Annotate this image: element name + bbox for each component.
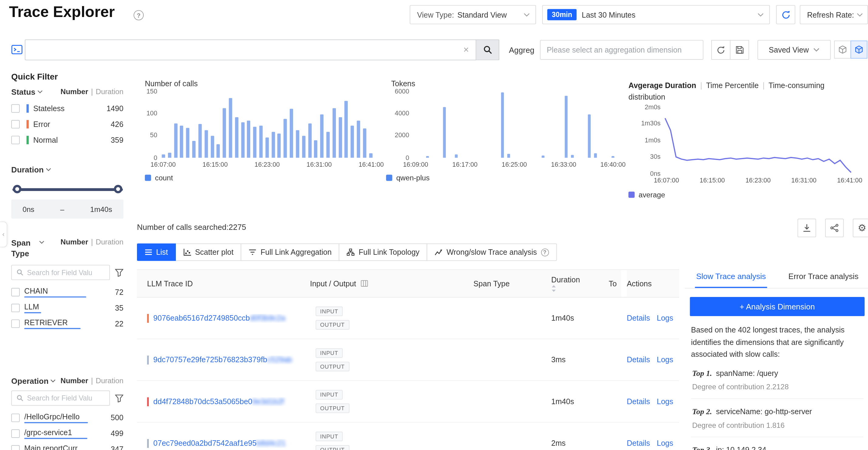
status-color-bar (26, 120, 29, 128)
filter-icon[interactable] (115, 268, 124, 276)
checkbox[interactable] (11, 303, 20, 312)
view-type-select[interactable]: View Type: Standard View (410, 5, 536, 24)
checkbox[interactable] (11, 120, 20, 128)
filter-label: Error (33, 120, 50, 128)
tab-slow-trace-analysis[interactable]: Slow Trace analysis (685, 265, 777, 288)
span-type-section-toggle[interactable]: Span Type (11, 238, 37, 259)
slider-handle-max[interactable] (114, 185, 122, 193)
logs-link[interactable]: Logs (657, 397, 673, 406)
download-button[interactable] (798, 219, 816, 237)
status-color-bar (147, 314, 149, 323)
output-tag[interactable]: OUTPUT (315, 445, 349, 450)
refresh-view-button[interactable] (711, 40, 731, 60)
columns-icon[interactable] (361, 280, 368, 287)
settings-button[interactable]: ⚙ (853, 219, 868, 237)
output-tag[interactable]: OUTPUT (315, 320, 349, 330)
tab-label: Slow Trace analysis (695, 271, 767, 288)
details-link[interactable]: Details (627, 397, 650, 406)
checkbox[interactable] (11, 429, 20, 438)
table-row: 07ec79eed0a2bd7542aaf1e95b8d4c21INPUTOUT… (137, 423, 679, 450)
time-range-select[interactable]: 30min Last 30 Minutes (542, 5, 770, 24)
duration-section-toggle[interactable]: Duration (11, 165, 44, 174)
trace-id-link[interactable]: 9076eab65167d2749850ccb (153, 314, 250, 322)
details-link[interactable]: Details (627, 356, 650, 364)
filter-count: 347 (111, 445, 124, 450)
y-tick-label: 1m30s (641, 121, 660, 127)
tab-list[interactable]: List (137, 244, 176, 261)
checkbox[interactable] (11, 413, 20, 422)
filter-item[interactable]: /HelloGrpc/Hello500 (11, 410, 123, 425)
pinned-column-gap (621, 270, 627, 297)
filter-icon[interactable] (115, 394, 124, 402)
collapse-sidebar-handle[interactable]: ‹ (0, 221, 7, 247)
checkbox[interactable] (11, 104, 20, 112)
operation-search-input[interactable] (27, 394, 101, 402)
refresh-rate-select[interactable]: Refresh Rate: (800, 5, 868, 24)
filter-item[interactable]: CHAIN72 (11, 284, 123, 300)
output-tag[interactable]: OUTPUT (315, 404, 349, 413)
help-icon[interactable]: ? (134, 10, 144, 20)
filter-item[interactable]: LLM35 (11, 300, 123, 316)
tab-average-duration[interactable]: Avgerage Duration (628, 81, 696, 90)
search-button[interactable] (476, 39, 499, 60)
saved-view-dropdown[interactable]: Saved View (757, 40, 831, 60)
help-icon[interactable]: ? (541, 248, 549, 256)
aggregation-input[interactable] (540, 40, 703, 60)
details-link[interactable]: Details (627, 314, 650, 322)
input-tag[interactable]: INPUT (315, 348, 343, 358)
span-type-search-input[interactable] (27, 268, 101, 276)
filter-item[interactable]: Error426 (11, 116, 123, 132)
box-view-button[interactable] (834, 41, 851, 59)
chart-bar (314, 140, 317, 158)
details-link[interactable]: Details (627, 439, 650, 448)
output-tag[interactable]: OUTPUT (315, 362, 349, 372)
input-tag[interactable]: INPUT (315, 390, 343, 399)
sort-icon[interactable] (551, 285, 556, 291)
filter-item[interactable]: Stateless1490 (11, 100, 123, 116)
input-tag[interactable]: INPUT (315, 432, 343, 442)
filter-count: 22 (115, 319, 124, 328)
chart-bar (351, 126, 354, 158)
operation-section-toggle[interactable]: Operation (11, 377, 49, 386)
chart-legend[interactable]: qwen-plus (386, 174, 429, 182)
clear-icon[interactable]: × (457, 44, 475, 56)
logs-link[interactable]: Logs (657, 356, 673, 364)
logs-link[interactable]: Logs (657, 314, 673, 322)
tab-wrong-slow-trace-analysis[interactable]: Wrong/slow Trace analysis ? (427, 244, 556, 261)
input-tag[interactable]: INPUT (315, 307, 343, 316)
aggregation-icon (249, 248, 257, 256)
filter-item[interactable]: RETRIEVER22 (11, 316, 123, 331)
duration-slider[interactable] (12, 184, 123, 194)
tab-time-percentile[interactable]: Time Percentile (706, 81, 759, 90)
status-section-toggle[interactable]: Status (11, 88, 35, 97)
tab-error-trace-analysis[interactable]: Error Trace analysis (777, 265, 868, 288)
slider-handle-min[interactable] (13, 185, 22, 193)
tab-full-link-topology[interactable]: Full Link Topology (339, 244, 427, 261)
chart-bar (345, 101, 348, 158)
number-column-header: Number (60, 88, 88, 96)
chart-bar (162, 154, 165, 158)
checkbox[interactable] (11, 135, 20, 144)
chart-legend[interactable]: average (628, 190, 665, 199)
tab-full-link-aggregation[interactable]: Full Link Aggregation (241, 244, 340, 261)
x-axis: 16:07:0016:15:0016:23:0016:31:0016:41:00 (654, 177, 863, 184)
checkbox[interactable] (11, 319, 20, 328)
refresh-button[interactable] (776, 5, 795, 24)
filter-item[interactable]: Main.reportCurr...347 (11, 441, 123, 450)
tab-scatter-plot[interactable]: Scatter plot (175, 244, 242, 261)
checkbox[interactable] (11, 445, 20, 450)
save-view-button[interactable] (730, 40, 749, 60)
cube-view-button[interactable] (850, 41, 867, 59)
trace-id-link[interactable]: 9dc70757e29fe725b76823b379fb (153, 356, 267, 364)
add-analysis-dimension-button[interactable]: + Analysis Dimension (690, 297, 864, 316)
share-button[interactable] (825, 219, 844, 237)
col-duration[interactable]: Duration (551, 276, 609, 292)
trace-id-link[interactable]: 07ec79eed0a2bd7542aaf1e95 (153, 439, 257, 448)
filter-item[interactable]: Normal359 (11, 132, 123, 148)
trace-id-link[interactable]: dd4f72848b70dc53a5065be0 (153, 397, 252, 406)
checkbox[interactable] (11, 288, 20, 296)
filter-item[interactable]: /grpc-service1499 (11, 425, 123, 441)
logs-link[interactable]: Logs (657, 439, 673, 448)
saved-view-label: Saved View (769, 45, 809, 54)
chart-legend[interactable]: count (145, 174, 173, 182)
